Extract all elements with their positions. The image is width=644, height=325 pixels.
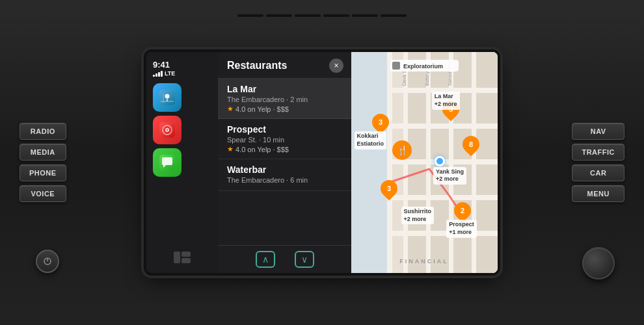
restaurant-name: Prospect	[227, 124, 342, 135]
svg-rect-48	[453, 236, 472, 273]
volume-knob[interactable]	[582, 247, 615, 280]
svg-point-9	[167, 129, 168, 131]
restaurant-name: La Mar	[227, 84, 342, 94]
screen-left-panel: 9:41 LTE	[146, 52, 218, 273]
restaurant-item[interactable]: La Mar The Embarcadero · 2 min ★ 4.0 on …	[218, 79, 351, 119]
svg-rect-11	[174, 252, 180, 263]
restaurant-address: Spear St. · 10 min	[227, 136, 342, 144]
svg-rect-13	[181, 258, 191, 263]
panel-header: Restaurants ×	[218, 52, 351, 79]
svg-rect-46	[408, 236, 426, 273]
status-bar: 9:41 LTE	[150, 57, 214, 77]
music-icon	[158, 121, 176, 139]
status-time: 9:41	[153, 60, 210, 70]
carplay-screen: 9:41 LTE	[146, 52, 498, 273]
svg-rect-50	[387, 52, 392, 273]
svg-rect-35	[431, 129, 449, 159]
yanksing-label: Yank Sing+2 more	[433, 167, 466, 185]
close-button[interactable]: ×	[329, 58, 343, 73]
sushirrito-label: Sushirrito+2 more	[401, 207, 435, 224]
pin-label: 3	[387, 185, 391, 192]
svg-rect-30	[408, 93, 426, 124]
app-icons	[150, 81, 214, 243]
star-icon: ★	[227, 145, 234, 153]
svg-rect-49	[476, 236, 498, 273]
svg-rect-15	[351, 52, 390, 273]
traffic-button[interactable]: TRAFFIC	[572, 144, 624, 161]
svg-rect-25	[472, 52, 476, 273]
lte-label: LTE	[165, 70, 175, 77]
svg-point-3	[165, 94, 170, 99]
pin-label: 2	[460, 207, 464, 214]
kokkari-label: KokkariEstiatorio	[355, 131, 387, 149]
menu-button[interactable]: MENU	[572, 185, 624, 202]
left-control-panel: RADIO MEDIA PHONE VOICE	[20, 123, 66, 202]
power-icon	[42, 256, 53, 266]
svg-rect-56	[392, 62, 400, 70]
radio-button[interactable]: RADIO	[20, 123, 66, 140]
restaurant-rating: ★ 4.0 on Yelp · $$$	[227, 105, 342, 113]
svg-rect-12	[181, 252, 191, 257]
svg-text:Exploratorium: Exploratorium	[403, 63, 443, 70]
vent-decoration	[117, 12, 527, 20]
restaurant-item[interactable]: Waterbar The Embarcadero · 6 min	[218, 159, 351, 191]
svg-rect-47	[431, 236, 449, 273]
restaurant-list: La Mar The Embarcadero · 2 min ★ 4.0 on …	[218, 79, 351, 245]
svg-rect-41	[476, 164, 498, 195]
nav-button[interactable]: NAV	[572, 123, 624, 140]
current-location-pin	[435, 156, 445, 166]
up-arrow-icon: ∧	[262, 254, 269, 265]
star-icon: ★	[227, 105, 234, 113]
map-pin-fork[interactable]: 🍴	[392, 140, 412, 160]
messages-app-icon[interactable]	[153, 148, 181, 177]
nav-down-button[interactable]: ∨	[295, 251, 314, 268]
pin-label: 8	[469, 140, 473, 148]
rating-text: 4.0 on Yelp · $$$	[235, 146, 289, 153]
panel-nav: ∧ ∨	[218, 245, 351, 273]
music-app-icon[interactable]	[153, 116, 181, 144]
car-button[interactable]: CAR	[572, 164, 624, 181]
maps-icon	[158, 88, 176, 107]
svg-text:FINANCIAL: FINANCIAL	[399, 258, 449, 265]
down-arrow-icon: ∨	[301, 254, 308, 265]
rating-text: 4.0 on Yelp · $$$	[235, 105, 289, 113]
svg-rect-45	[476, 200, 498, 231]
restaurant-panel: Restaurants × La Mar The Embarcadero · 2…	[218, 52, 351, 273]
voice-button[interactable]: VOICE	[20, 185, 66, 202]
restaurant-rating: ★ 4.0 on Yelp · $$$	[227, 145, 342, 153]
right-control-panel: NAV TRAFFIC CAR MENU	[572, 123, 624, 202]
media-button[interactable]: MEDIA	[20, 144, 66, 161]
panel-title: Restaurants	[227, 60, 287, 72]
restaurant-item[interactable]: Prospect Spear St. · 10 min ★ 4.0 on Yel…	[218, 119, 351, 159]
phone-button[interactable]: PHONE	[20, 164, 66, 181]
svg-rect-38	[408, 164, 426, 195]
map-area[interactable]: Davis St. Battery St. Sansome St. FINANC…	[351, 52, 498, 273]
widget-bar	[150, 247, 214, 268]
lamar-label: La Mar+2 more	[432, 92, 460, 109]
dashboard: RADIO MEDIA PHONE VOICE NAV TRAFFIC CAR …	[0, 0, 644, 325]
restaurant-address: The Embarcadero · 2 min	[227, 96, 342, 103]
svg-rect-29	[476, 52, 498, 88]
svg-rect-33	[476, 93, 498, 124]
pin-label: 3	[378, 118, 382, 126]
signal-bars	[153, 71, 163, 77]
prospect-map-label: Prospect+1 more	[446, 220, 477, 237]
restaurant-address: The Embarcadero · 6 min	[227, 176, 342, 184]
restaurant-name: Waterbar	[227, 164, 342, 175]
map-svg: Davis St. Battery St. Sansome St. FINANC…	[351, 52, 498, 273]
nav-up-button[interactable]: ∧	[256, 251, 275, 268]
power-button[interactable]	[36, 250, 59, 273]
widget-icon	[173, 251, 191, 264]
signal-indicator: LTE	[153, 70, 210, 77]
maps-app-icon[interactable]	[153, 83, 181, 112]
fork-icon: 🍴	[397, 145, 408, 155]
messages-icon	[158, 153, 176, 172]
